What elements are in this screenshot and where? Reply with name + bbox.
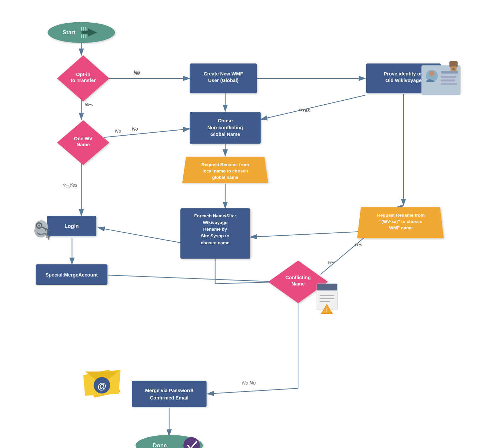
create-wmf-label2: User (Global) [208,78,239,83]
conflicting-label1: Conflicting [285,275,311,280]
create-wmf-label1: Create New WMF [204,71,243,76]
no2-label: No [115,128,121,134]
login-label: Login [65,223,79,229]
req-rename2-label3: WMF name [389,225,413,230]
foreach-label5: chosen name [201,240,230,245]
svg-point-35 [48,22,113,43]
req-rename2-label1: Request Rename from [377,213,424,218]
opt-in-label2: to Transfer [71,78,96,83]
svg-rect-68 [441,79,455,81]
req-rename2-label2: "(WV-xx)" to chosen [379,219,422,224]
yes2-label: Yes [63,183,71,188]
merge-pwd-label1: Merge via Password/ [145,388,193,393]
req-rename1-label1: Request Rename from [201,162,249,167]
svg-point-63 [452,68,455,70]
chose-name-label2: Non-conflicting [207,125,243,130]
conflicting-label2: Name [291,281,305,286]
svg-rect-67 [441,76,456,78]
one-wv-label2: Name [77,142,90,147]
opt-in-label1: Opt-in [76,72,90,77]
merge-account-label: Special:MergeAccount [46,272,98,278]
svg-text:@: @ [97,381,106,391]
foreach-label3: Rename by [203,227,227,232]
yes4-label: Yes [327,260,335,265]
svg-rect-66 [441,71,458,74]
svg-rect-54 [317,287,337,290]
foreach-label4: Site Sysop to [201,233,229,238]
svg-text:!: ! [326,307,328,313]
done-label: Done [153,442,167,448]
one-wv-label1: One WV [74,136,92,141]
no1-label: No [134,69,140,75]
svg-point-48 [38,225,40,227]
foreach-label2: Wikivoyage [203,220,228,225]
merge-password-node [132,381,207,407]
prove-identity-label2: Old Wikivoyage [386,78,422,83]
no3-label: No [242,380,249,386]
flowchart-diagram: Yes No No Yes Yes Yes No Start [0,0,499,448]
id-card-icon [421,61,461,95]
req-rename1-label3: global name [212,175,239,180]
conflict-doc-icon: ! [317,284,337,314]
foreach-label1: Foreach Name/Site: [194,213,236,218]
svg-text:No: No [250,380,256,386]
yes3-label: Yes [298,107,306,112]
start-label-text: Start [63,29,76,36]
chose-name-label3: Global Name [210,132,240,137]
yes1-label: Yes [85,102,93,107]
prove-identity-label1: Prove identity on [384,71,423,76]
svg-point-65 [429,71,434,76]
merge-pwd-label2: Confirmed Email [150,395,188,400]
svg-text:No: No [132,126,138,132]
chose-name-label1: Chose [218,118,233,123]
req-rename1-label2: local name to chosen [202,168,248,173]
email-icon: @ [83,370,120,397]
svg-text:Yes: Yes [354,242,362,247]
svg-rect-69 [441,83,457,85]
